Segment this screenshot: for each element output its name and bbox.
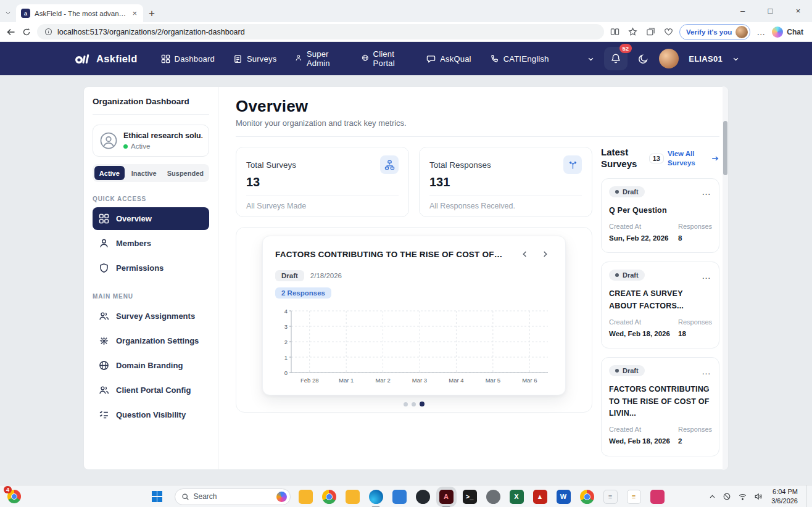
browser-menu-icon[interactable]: … bbox=[756, 27, 766, 37]
window-maximize-button[interactable]: □ bbox=[756, 0, 784, 22]
chat-sidebar-button[interactable]: Chat bbox=[772, 27, 806, 38]
folder-icon[interactable] bbox=[346, 490, 360, 504]
tab-search-chevron-icon[interactable] bbox=[0, 4, 16, 22]
blue-app-icon[interactable] bbox=[392, 490, 407, 504]
sidebar-title: Organization Dashboard bbox=[93, 97, 209, 115]
url-field[interactable]: localhost:5173/organizations/2/organizat… bbox=[37, 24, 604, 39]
sidebar-item-members[interactable]: Members bbox=[93, 232, 209, 255]
letter-a-app-icon[interactable]: A bbox=[439, 490, 454, 504]
carousel-dot[interactable] bbox=[412, 402, 416, 406]
sidebar-item-question-visibility[interactable]: Question Visibility bbox=[93, 403, 209, 426]
carousel-next-button[interactable] bbox=[537, 246, 553, 262]
status-inactive-button[interactable]: Inactive bbox=[128, 166, 160, 180]
card-menu-icon[interactable]: … bbox=[702, 189, 711, 194]
edge-icon[interactable] bbox=[369, 490, 383, 504]
taskbar-clock[interactable]: 6:04 PM 3/6/2026 bbox=[771, 487, 798, 506]
sidebar-item-organization-settings[interactable]: Organization Settings bbox=[93, 329, 209, 352]
sidebar-item-domain-branding[interactable]: Domain Branding bbox=[93, 354, 209, 377]
carousel-prev-button[interactable] bbox=[517, 246, 533, 262]
notifications-button[interactable]: 52 bbox=[604, 47, 628, 70]
nav-super-admin[interactable]: Super Admin bbox=[295, 49, 343, 68]
total-surveys-value: 13 bbox=[246, 175, 399, 189]
back-button[interactable] bbox=[6, 27, 16, 37]
sidebar-item-overview[interactable]: Overview bbox=[93, 207, 209, 230]
page-subtitle: Monitor your organization and track key … bbox=[236, 118, 719, 128]
sidebar-item-permissions[interactable]: Permissions bbox=[93, 257, 209, 279]
phone-link-icon[interactable] bbox=[650, 490, 665, 504]
carousel-pagination bbox=[404, 402, 425, 406]
sidebar-item-survey-assignments[interactable]: Survey Assignments bbox=[93, 305, 209, 328]
svg-text:4: 4 bbox=[284, 308, 288, 315]
window-close-button[interactable]: × bbox=[784, 0, 812, 22]
main-menu-label: MAIN MENU bbox=[93, 293, 209, 300]
taskbar-app-row: A>_X▲W≡≡ bbox=[299, 490, 665, 504]
do-not-disturb-icon[interactable] bbox=[723, 492, 731, 501]
dark-mode-toggle[interactable] bbox=[637, 53, 649, 65]
collections-icon[interactable] bbox=[646, 27, 655, 36]
verify-profile-button[interactable]: Verify it's you bbox=[679, 24, 750, 40]
start-button[interactable] bbox=[148, 488, 167, 505]
askfield-logo[interactable]: Askfield bbox=[74, 52, 138, 65]
status-suspended-button[interactable]: Suspended bbox=[164, 166, 207, 180]
window-minimize-button[interactable]: – bbox=[729, 0, 756, 22]
carousel-dot[interactable] bbox=[404, 402, 408, 406]
nav-surveys[interactable]: Surveys bbox=[233, 54, 276, 64]
nav-dashboard[interactable]: Dashboard bbox=[161, 54, 215, 64]
status-active-button[interactable]: Active bbox=[94, 166, 125, 180]
latest-surveys-count: 13 bbox=[649, 154, 664, 163]
chrome-icon[interactable] bbox=[322, 490, 336, 504]
browser-essentials-icon[interactable] bbox=[664, 27, 673, 36]
survey-card-3[interactable]: Draft … FACTORS CONTRIBUTING TO THE RISE… bbox=[601, 357, 719, 456]
notepad-icon[interactable]: ≡ bbox=[603, 490, 618, 504]
notification-count-badge: 52 bbox=[619, 44, 632, 53]
taskbar-search[interactable]: Search bbox=[175, 488, 291, 505]
settings-gear-icon[interactable] bbox=[486, 490, 500, 504]
new-tab-button[interactable]: + bbox=[143, 5, 160, 22]
svg-text:0: 0 bbox=[284, 369, 288, 376]
svg-text:Feb 28: Feb 28 bbox=[300, 377, 319, 384]
svg-text:Mar 2: Mar 2 bbox=[375, 377, 390, 384]
word-icon[interactable]: W bbox=[557, 490, 571, 504]
terminal-icon[interactable]: >_ bbox=[463, 490, 477, 504]
card-menu-icon[interactable]: … bbox=[702, 273, 711, 278]
survey-card-2[interactable]: Draft … CREATE A SURVEY ABOUT FACTORS...… bbox=[601, 262, 719, 348]
tray-chevron-up-icon[interactable] bbox=[709, 493, 716, 500]
language-selector[interactable]: English bbox=[521, 54, 594, 64]
arrow-right-icon[interactable] bbox=[711, 154, 719, 163]
scrollbar-thumb[interactable] bbox=[723, 121, 727, 175]
chrome-profile-icon[interactable] bbox=[580, 490, 594, 504]
carousel-responses-badge: 2 Responses bbox=[275, 287, 331, 299]
sidebar-item-client-portal-config[interactable]: Client Portal Config bbox=[93, 379, 209, 402]
nav-client-portal[interactable]: Client Portal bbox=[362, 49, 408, 68]
show-desktop-button[interactable] bbox=[806, 485, 808, 507]
survey-title: CREATE A SURVEY ABOUT FACTORS... bbox=[609, 288, 711, 312]
carousel-survey-card[interactable]: FACTORS CONTRIBUTING TO THE RISE OF COST… bbox=[262, 236, 566, 395]
latest-surveys-panel: Latest Surveys 13 View All Surveys Draft… bbox=[601, 147, 719, 465]
tab-close-icon[interactable]: × bbox=[131, 9, 138, 18]
site-info-icon[interactable] bbox=[44, 28, 52, 36]
nav-cati[interactable]: CATI bbox=[490, 54, 521, 64]
page-scrollbar[interactable] bbox=[723, 86, 728, 470]
survey-card-1[interactable]: Draft … Q Per Question Created At Respon… bbox=[601, 178, 719, 254]
user-avatar[interactable] bbox=[659, 49, 679, 68]
status-dot-icon bbox=[615, 190, 619, 194]
file-explorer-icon[interactable] bbox=[299, 490, 313, 504]
shield-icon bbox=[99, 263, 109, 273]
speaker-icon[interactable] bbox=[754, 492, 763, 501]
split-screen-icon[interactable] bbox=[610, 27, 619, 36]
card-menu-icon[interactable]: … bbox=[702, 368, 711, 374]
svg-text:Mar 3: Mar 3 bbox=[412, 377, 427, 384]
taskbar-badged-app-icon[interactable]: 4 bbox=[7, 490, 21, 503]
browser-tab[interactable]: a AskField - The most advanced sur... × bbox=[16, 4, 143, 22]
excel-icon[interactable]: X bbox=[510, 490, 524, 504]
carousel-dot-active[interactable] bbox=[420, 402, 425, 406]
view-all-surveys-link[interactable]: View All Surveys bbox=[668, 149, 707, 168]
wifi-icon[interactable] bbox=[738, 492, 747, 501]
reload-button[interactable] bbox=[22, 28, 31, 36]
notes-icon[interactable]: ≡ bbox=[627, 490, 641, 504]
nav-askqual[interactable]: AskQual bbox=[426, 54, 471, 64]
acrobat-icon[interactable]: ▲ bbox=[533, 490, 547, 504]
favorites-star-icon[interactable] bbox=[628, 27, 637, 36]
user-menu-chevron-icon[interactable] bbox=[732, 56, 739, 62]
github-desktop-icon[interactable] bbox=[416, 490, 430, 504]
